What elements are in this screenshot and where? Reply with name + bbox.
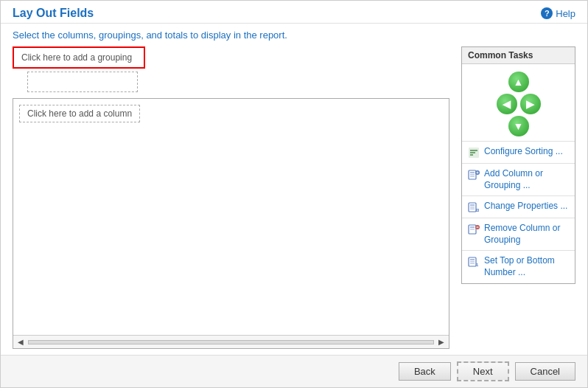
task-configure-sorting[interactable]: Configure Sorting ... — [462, 141, 575, 163]
svg-rect-7 — [470, 176, 475, 178]
task-set-top-bottom[interactable]: 1 Set Top or Bottom Number ... — [462, 250, 575, 283]
svg-rect-5 — [470, 172, 475, 173]
task-remove-column-grouping-label: Remove Column or Grouping — [484, 223, 569, 246]
header: Lay Out Fields ? Help — [1, 1, 587, 24]
task-remove-column-grouping[interactable]: Remove Column or Grouping — [462, 218, 575, 250]
back-button[interactable]: Back — [399, 362, 451, 381]
task-add-column-grouping[interactable]: Add Column or Grouping ... — [462, 163, 575, 195]
task-change-properties[interactable]: Change Properties ... — [462, 195, 575, 218]
arrow-left-button[interactable]: ◀ — [497, 94, 517, 114]
next-button[interactable]: Next — [457, 361, 509, 381]
svg-rect-12 — [470, 204, 475, 206]
arrow-down-button[interactable]: ▼ — [508, 116, 529, 136]
common-tasks-title: Common Tasks — [462, 47, 575, 64]
right-panel: Common Tasks ▲ ◀ ▶ ▼ — [461, 46, 575, 349]
arrow-row-top: ▲ — [508, 72, 529, 92]
scroll-right-arrow[interactable]: ▶ — [435, 338, 447, 346]
arrow-row-middle: ◀ ▶ — [497, 94, 541, 114]
configure-sorting-icon — [468, 147, 480, 159]
subtitle-highlight: display — [201, 30, 231, 41]
add-column-button[interactable]: Click here to add a column — [19, 105, 140, 122]
subtitle-text-after: in the report. — [231, 30, 287, 41]
svg-rect-22 — [470, 259, 475, 260]
columns-scrollbar: ◀ ▶ — [13, 335, 449, 348]
set-top-bottom-icon: 1 — [468, 256, 480, 268]
task-add-column-grouping-label: Add Column or Grouping ... — [484, 168, 569, 191]
scroll-left-arrow[interactable]: ◀ — [15, 338, 27, 346]
svg-rect-14 — [470, 209, 475, 210]
add-grouping-button[interactable]: Click here to add a grouping — [13, 46, 145, 69]
page-title: Lay Out Fields — [13, 7, 94, 20]
svg-rect-23 — [470, 261, 475, 263]
svg-rect-24 — [470, 263, 475, 265]
columns-inner: Click here to add a column — [13, 99, 449, 335]
content-area: Click here to add a grouping Click here … — [1, 46, 587, 355]
change-properties-icon — [468, 201, 480, 213]
subtitle-area: Select the columns, groupings, and total… — [1, 24, 587, 46]
svg-rect-6 — [470, 174, 475, 176]
svg-rect-17 — [470, 226, 475, 228]
help-link[interactable]: ? Help — [541, 7, 575, 19]
svg-text:1: 1 — [476, 263, 479, 267]
help-label: Help — [556, 8, 575, 19]
footer: Back Next Cancel — [1, 355, 587, 387]
page-container: Lay Out Fields ? Help Select the columns… — [0, 0, 588, 388]
task-set-top-bottom-label: Set Top or Bottom Number ... — [484, 255, 569, 278]
main-layout: Click here to add a grouping Click here … — [13, 46, 449, 349]
columns-area: Click here to add a column ◀ ▶ — [13, 98, 449, 349]
grouping-placeholder — [27, 72, 138, 92]
task-change-properties-label: Change Properties ... — [484, 201, 567, 212]
common-tasks-box: Common Tasks ▲ ◀ ▶ ▼ — [461, 46, 575, 284]
cancel-button[interactable]: Cancel — [515, 362, 575, 381]
arrow-row-bottom: ▼ — [508, 116, 529, 136]
svg-rect-13 — [470, 207, 475, 208]
help-icon: ? — [541, 7, 553, 19]
add-column-grouping-icon — [468, 169, 480, 181]
arrow-right-button[interactable]: ▶ — [520, 94, 541, 114]
arrow-navigation: ▲ ◀ ▶ ▼ — [462, 64, 575, 141]
task-configure-sorting-label: Configure Sorting ... — [484, 146, 563, 158]
svg-rect-18 — [470, 229, 475, 230]
scroll-track — [28, 340, 434, 344]
remove-column-grouping-icon — [468, 224, 480, 235]
subtitle-text-before: Select the columns, groupings, and total… — [13, 30, 201, 41]
arrow-up-button[interactable]: ▲ — [508, 72, 529, 92]
